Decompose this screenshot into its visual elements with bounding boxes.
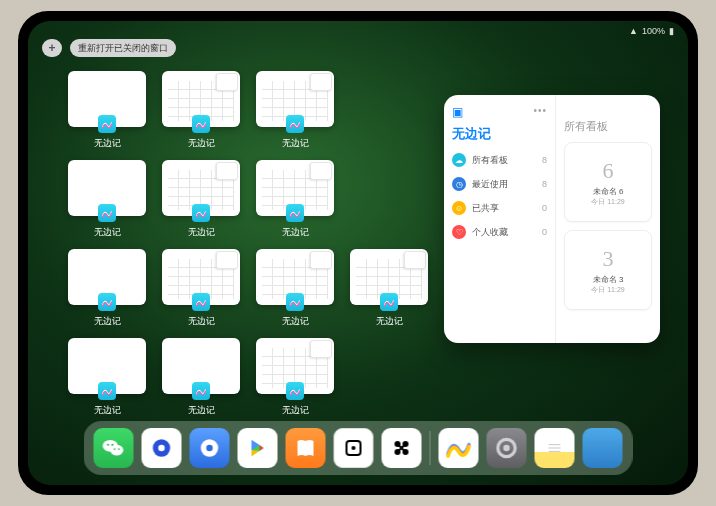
category-count: 8	[542, 179, 547, 189]
window-grid: 无边记无边记无边记无边记无边记无边记无边记无边记无边记无边记无边记无边记无边记	[68, 71, 438, 417]
thumbnail-preview	[68, 160, 146, 216]
dock-app-notes[interactable]	[535, 428, 575, 468]
category-icon: ◷	[452, 177, 466, 191]
thumbnail-label: 无边记	[188, 315, 215, 328]
thumbnail-label: 无边记	[188, 404, 215, 417]
wifi-icon: ▲	[629, 26, 638, 36]
window-thumbnail[interactable]: 无边记	[68, 160, 146, 239]
freeform-app-icon	[98, 115, 116, 133]
thumbnail-preview	[256, 160, 334, 216]
thumbnail-label: 无边记	[188, 226, 215, 239]
freeform-app-icon	[286, 204, 304, 222]
battery-text: 100%	[642, 26, 665, 36]
board-card[interactable]: 3未命名 3今日 11:29	[564, 230, 652, 310]
window-thumbnail[interactable]: 无边记	[162, 338, 240, 417]
reopen-closed-window-button[interactable]: 重新打开已关闭的窗口	[70, 39, 176, 57]
sidebar-item[interactable]: ◷最近使用8	[452, 177, 547, 191]
thumbnail-preview	[256, 338, 334, 394]
window-thumbnail[interactable]: 无边记	[256, 338, 334, 417]
dock-app-books[interactable]	[286, 428, 326, 468]
dock-app-qhd[interactable]	[142, 428, 182, 468]
panel-right-title: 所有看板	[564, 119, 652, 134]
freeform-app-icon	[192, 204, 210, 222]
ipad-frame: ▲ 100% ▮ + 重新打开已关闭的窗口 无边记无边记无边记无边记无边记无边记…	[18, 11, 698, 495]
thumbnail-preview	[68, 249, 146, 305]
thumbnail-label: 无边记	[282, 137, 309, 150]
status-bar: ▲ 100% ▮	[629, 26, 674, 36]
board-time: 今日 11:29	[591, 285, 624, 295]
top-bar: + 重新打开已关闭的窗口	[42, 39, 176, 57]
sidebar-item[interactable]: ☁所有看板8	[452, 153, 547, 167]
board-name: 未命名 3	[593, 274, 624, 285]
freeform-panel[interactable]: ▣ ••• 无边记 ☁所有看板8◷最近使用8☺已共享0♡个人收藏0 所有看板 6…	[444, 95, 660, 343]
thumbnail-preview	[162, 338, 240, 394]
dock-app-gear[interactable]	[487, 428, 527, 468]
window-thumbnail[interactable]: 无边记	[68, 338, 146, 417]
window-thumbnail[interactable]: 无边记	[68, 71, 146, 150]
thumbnail-label: 无边记	[188, 137, 215, 150]
board-preview: 3	[603, 246, 614, 272]
thumbnail-preview	[68, 71, 146, 127]
dock-app-dice[interactable]	[334, 428, 374, 468]
dock-app-free[interactable]	[439, 428, 479, 468]
freeform-app-icon	[286, 293, 304, 311]
thumbnail-label: 无边记	[94, 404, 121, 417]
window-thumbnail[interactable]: 无边记	[162, 249, 240, 328]
thumbnail-preview	[68, 338, 146, 394]
new-window-button[interactable]: +	[42, 39, 62, 57]
window-thumbnail[interactable]: 无边记	[256, 71, 334, 150]
freeform-app-icon	[192, 382, 210, 400]
svg-point-9	[206, 445, 213, 452]
board-card[interactable]: 6未命名 6今日 11:29	[564, 142, 652, 222]
thumbnail-label: 无边记	[376, 315, 403, 328]
dock-app-play[interactable]	[238, 428, 278, 468]
thumbnail-preview	[256, 71, 334, 127]
category-label: 所有看板	[472, 154, 508, 167]
thumbnail-preview	[162, 249, 240, 305]
dock-app-lib[interactable]	[583, 428, 623, 468]
board-name: 未命名 6	[593, 186, 624, 197]
category-label: 已共享	[472, 202, 499, 215]
freeform-app-icon	[192, 293, 210, 311]
svg-point-1	[110, 445, 123, 456]
category-count: 0	[542, 227, 547, 237]
thumbnail-label: 无边记	[282, 226, 309, 239]
sidebar-item[interactable]: ♡个人收藏0	[452, 225, 547, 239]
freeform-app-icon	[286, 115, 304, 133]
thumbnail-label: 无边记	[282, 404, 309, 417]
thumbnail-preview	[162, 160, 240, 216]
window-thumbnail[interactable]: 无边记	[162, 71, 240, 150]
freeform-app-icon	[98, 382, 116, 400]
dock-app-hx[interactable]	[382, 428, 422, 468]
sidebar-toggle-icon[interactable]: ▣	[452, 105, 463, 119]
panel-sidebar: ▣ ••• 无边记 ☁所有看板8◷最近使用8☺已共享0♡个人收藏0	[444, 95, 556, 343]
thumbnail-label: 无边记	[94, 137, 121, 150]
dock-app-wechat[interactable]	[94, 428, 134, 468]
dock-app-qc[interactable]	[190, 428, 230, 468]
sidebar-item[interactable]: ☺已共享0	[452, 201, 547, 215]
category-icon: ☁	[452, 153, 466, 167]
panel-content: 所有看板 6未命名 6今日 11:293未命名 3今日 11:29	[556, 95, 660, 343]
thumbnail-label: 无边记	[94, 315, 121, 328]
thumbnail-preview	[162, 71, 240, 127]
thumbnail-preview	[256, 249, 334, 305]
battery-icon: ▮	[669, 26, 674, 36]
thumbnail-label: 无边记	[282, 315, 309, 328]
svg-point-17	[503, 445, 510, 452]
panel-title: 无边记	[452, 125, 547, 143]
freeform-app-icon	[98, 293, 116, 311]
screen: ▲ 100% ▮ + 重新打开已关闭的窗口 无边记无边记无边记无边记无边记无边记…	[28, 21, 688, 485]
board-preview: 6	[603, 158, 614, 184]
category-icon: ☺	[452, 201, 466, 215]
category-label: 个人收藏	[472, 226, 508, 239]
dock	[84, 421, 633, 475]
svg-point-4	[114, 448, 116, 450]
window-thumbnail[interactable]: 无边记	[350, 249, 428, 328]
window-thumbnail[interactable]: 无边记	[68, 249, 146, 328]
category-icon: ♡	[452, 225, 466, 239]
window-thumbnail[interactable]: 无边记	[256, 160, 334, 239]
window-thumbnail[interactable]: 无边记	[256, 249, 334, 328]
window-thumbnail[interactable]: 无边记	[162, 160, 240, 239]
freeform-app-icon	[192, 115, 210, 133]
panel-more-icon[interactable]: •••	[533, 105, 547, 119]
